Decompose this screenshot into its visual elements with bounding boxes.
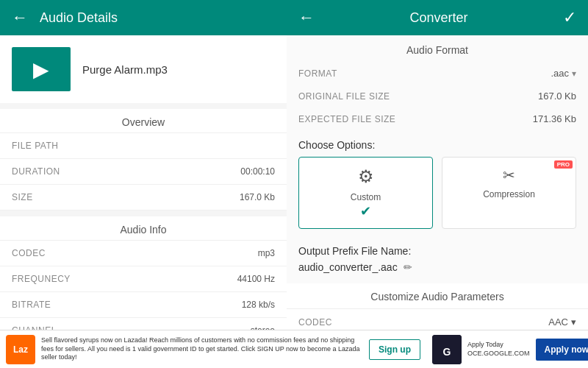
codec-dropdown-icon[interactable]: ▾: [571, 316, 576, 328]
left-panel-title: Audio Details: [40, 10, 118, 26]
ad-left-text: Sell flavored syrups now on Lazada! Reac…: [41, 336, 363, 362]
codec-label: CODEC: [12, 248, 46, 258]
bitrate-label: BITRATE: [12, 300, 51, 310]
original-size-value: 167.0 Kb: [538, 91, 576, 102]
main-container: ← Audio Details ▶ Purge Alarm.mp3 Overvi…: [0, 0, 588, 330]
bitrate-row: BITRATE 128 kb/s: [0, 292, 287, 318]
format-dropdown-icon[interactable]: ▾: [572, 68, 576, 79]
left-back-icon[interactable]: ←: [12, 8, 28, 27]
size-label: SIZE: [12, 192, 33, 202]
duration-value: 00:00:10: [240, 166, 275, 177]
format-label: FORMAT: [298, 68, 337, 79]
file-name: Purge Alarm.mp3: [82, 63, 168, 76]
left-header: ← Audio Details: [0, 0, 287, 35]
codec-param-label: CODEC: [298, 317, 332, 328]
size-value: 167.0 Kb: [240, 192, 275, 202]
compression-scissors-icon: ✂: [457, 166, 561, 184]
frequency-label: FREQUNECY: [12, 274, 71, 284]
options-row: ⚙ Custom ✔ PRO ✂ Compression: [287, 157, 588, 238]
format-row: FORMAT .aac ▾: [287, 62, 588, 85]
audio-format-title: Audio Format: [287, 35, 588, 62]
custom-gear-icon: ⚙: [314, 166, 417, 187]
svg-text:G: G: [443, 346, 451, 358]
overview-title: Overview: [0, 109, 287, 133]
file-path-row: FILE PATH: [0, 133, 287, 159]
customize-section: Customize Audio Parameters CODEC AAC ▾ F…: [287, 283, 588, 330]
customize-title: Customize Audio Parameters: [287, 283, 588, 309]
right-panel-title: Converter: [409, 10, 467, 26]
ad-bar: Laz Sell flavored syrups now on Lazada! …: [0, 330, 588, 368]
compression-label: Compression: [483, 189, 535, 199]
right-header: ← Converter ✓: [287, 0, 588, 35]
output-prefix-label: Output Prefix File Name:: [298, 245, 576, 257]
duration-label: DURATION: [12, 166, 60, 177]
lazada-logo: Laz: [6, 335, 35, 364]
audio-file-row: ▶ Purge Alarm.mp3: [0, 35, 287, 103]
play-icon: ▶: [33, 57, 49, 82]
codec-value: mp3: [258, 248, 275, 258]
expected-size-value: 171.36 Kb: [533, 113, 576, 124]
codec-row: CODEC mp3: [0, 241, 287, 266]
ad-right-text: Apply Today OCE.GOOGLE.COM: [467, 341, 530, 358]
play-thumbnail[interactable]: ▶: [12, 47, 71, 91]
output-prefix-section: Output Prefix File Name: audio_converter…: [287, 238, 588, 280]
codec-param-value: AAC ▾: [548, 316, 576, 328]
ad-right: G Apply Today OCE.GOOGLE.COM Apply now: [426, 335, 588, 364]
confirm-icon[interactable]: ✓: [563, 8, 576, 27]
custom-option[interactable]: ⚙ Custom ✔: [298, 157, 433, 229]
pro-badge: PRO: [554, 160, 573, 169]
expected-size-label: EXPECTED FILE SIZE: [298, 114, 395, 124]
output-prefix-text: audio_converter_.aac: [298, 261, 398, 273]
apply-now-button[interactable]: Apply now: [536, 339, 588, 361]
overview-card: Overview FILE PATH DURATION 00:00:10 SIZ…: [0, 109, 287, 210]
right-panel: ← Converter ✓ Audio Format FORMAT .aac ▾…: [287, 0, 588, 330]
size-row: SIZE 167.0 Kb: [0, 185, 287, 210]
file-path-label: FILE PATH: [12, 141, 58, 151]
custom-selected-icon: ✔: [360, 204, 371, 219]
expected-size-row: EXPECTED FILE SIZE 171.36 Kb: [287, 107, 588, 130]
choose-options-label: Choose Options:: [287, 130, 588, 157]
compression-option[interactable]: PRO ✂ Compression: [442, 157, 576, 229]
output-prefix-value-row: audio_converter_.aac ✏: [298, 261, 576, 273]
codec-param-row: CODEC AAC ▾: [287, 309, 588, 330]
audio-info-title: Audio Info: [0, 216, 287, 241]
ad-right-logo: G: [432, 335, 462, 364]
channel-row: CHANNEL stereo: [0, 318, 287, 330]
right-back-icon[interactable]: ←: [298, 8, 315, 27]
edit-icon[interactable]: ✏: [404, 261, 412, 273]
left-panel: ← Audio Details ▶ Purge Alarm.mp3 Overvi…: [0, 0, 287, 330]
original-size-row: ORIGINAL FILE SIZE 167.0 Kb: [287, 85, 588, 107]
sign-up-button[interactable]: Sign up: [369, 339, 420, 360]
custom-label: Custom: [351, 192, 381, 202]
frequency-value: 44100 Hz: [237, 274, 275, 284]
ad-left: Laz Sell flavored syrups now on Lazada! …: [0, 335, 426, 364]
duration-row: DURATION 00:00:10: [0, 159, 287, 185]
audio-info-card: Audio Info CODEC mp3 FREQUNECY 44100 Hz …: [0, 216, 287, 330]
original-size-label: ORIGINAL FILE SIZE: [298, 91, 390, 102]
bitrate-value: 128 kb/s: [242, 300, 275, 310]
frequency-row: FREQUNECY 44100 Hz: [0, 266, 287, 292]
format-value: .aac ▾: [551, 68, 576, 79]
